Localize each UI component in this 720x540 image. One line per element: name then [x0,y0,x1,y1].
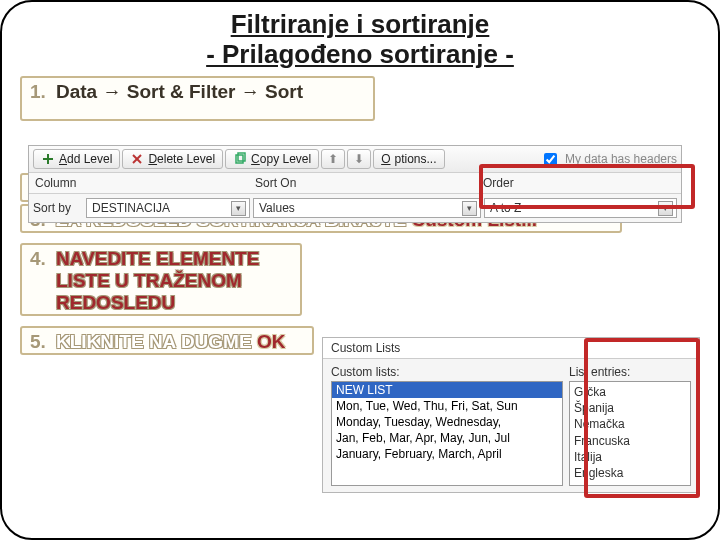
svg-rect-5 [238,153,245,161]
delete-icon [130,152,144,166]
options-button[interactable]: Options... [373,149,444,169]
title-line-2: - Prilagođeno sortiranje - [206,39,514,69]
custom-lists-listbox[interactable]: NEW LIST Mon, Tue, Wed, Thu, Fri, Sat, S… [331,381,563,486]
chevron-down-icon: ▾ [231,201,246,216]
step-5-text: KLIKNITE NA DUGME OK [56,331,285,353]
custom-lists-label: Custom lists: [331,365,563,379]
entry-item: Francuska [574,433,686,449]
step-1-number: 1. [30,81,56,103]
sort-columns-header: Column Sort On Order [29,173,681,194]
order-header: Order [477,173,681,193]
list-item[interactable]: Mon, Tue, Wed, Thu, Fri, Sat, Sun [332,398,562,414]
step-4-text: NAVEDITE ELEMENTE LISTE U TRAŽENOM REDOS… [56,248,292,314]
move-up-button[interactable]: ⬆ [321,149,345,169]
list-item[interactable]: January, February, March, April [332,446,562,462]
column-value: DESTINACIJA [92,201,170,215]
slide-frame: Filtriranje i sortiranje - Prilagođeno s… [0,0,720,540]
list-item[interactable]: Monday, Tuesday, Wednesday, [332,414,562,430]
svg-rect-4 [236,155,243,163]
sorton-header: Sort On [249,173,477,193]
headers-checkbox[interactable]: My data has headers [540,150,677,169]
slide-title: Filtriranje i sortiranje - Prilagođeno s… [20,10,700,70]
entry-item: Engleska [574,465,686,481]
title-line-1: Filtriranje i sortiranje [231,9,490,39]
order-value: A to Z [490,201,521,215]
order-combo[interactable]: A to Z▾ [484,198,677,218]
arrow-up-icon: ⬆ [328,152,338,166]
list-item[interactable]: Jan, Feb, Mar, Apr, May, Jun, Jul [332,430,562,446]
arrow-down-icon: ⬇ [354,152,364,166]
list-entries-box[interactable]: Grčka Španija Nemačka Francuska Italija … [569,381,691,486]
step-5-text-b: OK [257,331,286,352]
headers-checkbox-input[interactable] [544,153,557,166]
step-5-box: 5. KLIKNITE NA DUGME OK [20,326,314,355]
step-4-box: 4. NAVEDITE ELEMENTE LISTE U TRAŽENOM RE… [20,243,302,316]
column-combo[interactable]: DESTINACIJA▾ [86,198,250,218]
sort-toolbar: Add Level Delete Level Copy Level ⬆ ⬇ Op… [29,146,681,173]
column-header: Column [29,173,249,193]
sort-dialog: Add Level Delete Level Copy Level ⬆ ⬇ Op… [28,145,682,223]
list-entries-label: List entries: [569,365,691,379]
sorton-value: Values [259,201,295,215]
custom-lists-dialog: Custom Lists Custom lists: NEW LIST Mon,… [322,337,700,493]
sortby-label: Sort by [33,201,83,215]
entry-item: Španija [574,400,686,416]
entry-item: Italija [574,449,686,465]
entry-item: Grčka [574,384,686,400]
step-5-text-a: KLIKNITE NA DUGME [56,331,257,352]
chevron-down-icon: ▾ [462,201,477,216]
move-down-button[interactable]: ⬇ [347,149,371,169]
copy-level-button[interactable]: Copy Level [225,149,319,169]
svg-rect-1 [43,158,53,160]
delete-level-button[interactable]: Delete Level [122,149,223,169]
chevron-down-icon: ▾ [658,201,673,216]
sort-row: Sort by DESTINACIJA▾ Values▾ A to Z▾ [29,194,681,222]
step-1-box: 1. Data → Sort & Filter → Sort [20,76,375,121]
add-level-label: dd Level [67,152,112,166]
step-4-number: 4. [30,248,56,270]
step-5-number: 5. [30,331,56,353]
step-1-text: Data → Sort & Filter → Sort [56,81,303,103]
entry-item: Nemačka [574,416,686,432]
add-icon [41,152,55,166]
sorton-combo[interactable]: Values▾ [253,198,481,218]
headers-label: My data has headers [565,152,677,166]
list-item[interactable]: NEW LIST [332,382,562,398]
custom-lists-title: Custom Lists [323,338,699,359]
copy-icon [233,152,247,166]
add-level-button[interactable]: Add Level [33,149,120,169]
